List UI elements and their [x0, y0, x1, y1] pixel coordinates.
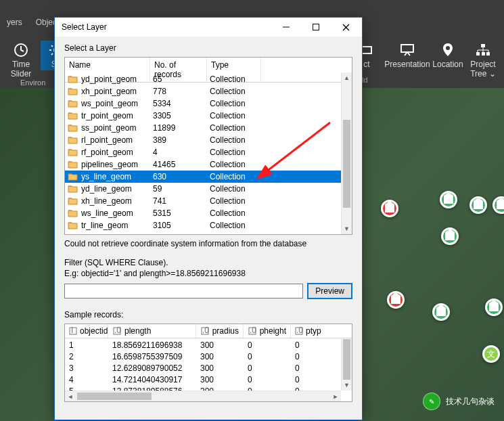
scroll-left-icon[interactable]: ◄	[65, 391, 76, 401]
sample-records-table[interactable]: Iobjectid .0plength .0pradius .0pheight …	[64, 324, 352, 402]
clock-icon	[13, 42, 29, 58]
map-marker[interactable]	[492, 196, 504, 214]
svg-rect-10	[362, 47, 371, 53]
map-marker[interactable]: 文	[482, 345, 500, 363]
map-marker[interactable]	[440, 191, 457, 208]
svg-line-9	[51, 53, 53, 55]
ribbon-project-tree[interactable]: Project Tree ⌄	[467, 41, 499, 80]
svg-rect-16	[486, 52, 490, 56]
svg-rect-13	[481, 44, 485, 47]
layer-row[interactable]: ss_point_geom11899Collection	[65, 122, 341, 134]
svg-rect-15	[482, 52, 485, 56]
svg-text:.0: .0	[202, 327, 209, 335]
layer-row[interactable]: ys_line_geom630Collection	[65, 171, 341, 183]
coord-warning: Could not retrieve coordinate system inf…	[64, 239, 352, 248]
layer-file-icon	[68, 183, 78, 194]
ribbon-item-label: Time Slider	[7, 60, 35, 79]
sample-row[interactable]: 312.628908979005230000	[65, 362, 341, 374]
scroll-right-icon[interactable]: ►	[330, 391, 341, 401]
layer-file-icon	[68, 196, 78, 206]
sample-records-label: Sample records:	[64, 310, 352, 319]
scroll-down-icon[interactable]: ▼	[342, 223, 352, 234]
ribbon-item-label: Project Tree ⌄	[469, 60, 497, 79]
filter-label: Filter (SQL WHERE Clause). E.g: objectid…	[64, 258, 352, 279]
minimize-button[interactable]	[271, 18, 301, 37]
layer-row[interactable]: rl_point_geom389Collection	[65, 134, 341, 146]
scroll-up-icon[interactable]: ▲	[342, 72, 352, 83]
location-pin-icon	[440, 42, 456, 58]
layer-file-icon	[68, 74, 78, 85]
ribbon-location[interactable]: Location	[432, 41, 463, 70]
tree-icon	[475, 42, 491, 58]
svg-point-12	[446, 46, 450, 50]
column-icon: .0	[248, 326, 257, 336]
map-marker[interactable]	[441, 227, 459, 245]
presentation-icon	[399, 42, 415, 58]
maximize-button[interactable]	[301, 18, 331, 37]
layer-row[interactable]: yd_point_geom65Collection	[65, 73, 341, 85]
layer-row[interactable]: xh_point_geom778Collection	[65, 85, 341, 97]
svg-rect-14	[476, 52, 480, 56]
layer-file-icon	[68, 208, 78, 219]
watermark: ✎ 技术几句杂谈	[423, 393, 495, 410]
ribbon-time-slider[interactable]: Time Slider	[5, 41, 37, 80]
ribbon-sublabel: ld	[362, 76, 368, 84]
layer-file-icon	[68, 123, 78, 133]
layer-file-icon	[68, 232, 78, 234]
layer-row[interactable]: rf_point_geom4Collection	[65, 146, 341, 158]
layer-row[interactable]: ws_point_geom5334Collection	[65, 97, 341, 110]
map-marker[interactable]	[381, 200, 398, 217]
sample-row[interactable]: 216.659875539750930000	[65, 351, 341, 362]
select-layer-label: Select a Layer	[64, 43, 352, 53]
layer-file-icon	[68, 98, 78, 109]
watermark-text: 技术几句杂谈	[446, 396, 495, 407]
listbox-vscrollbar[interactable]: ▲ ▼	[341, 72, 352, 234]
sample-vscrollbar[interactable]: ▲ ▼	[341, 339, 352, 391]
sample-row[interactable]: 118.856921169693830000	[65, 339, 341, 351]
layer-file-icon	[68, 220, 78, 231]
layer-row[interactable]: yd_line_geom59Collection	[65, 183, 341, 195]
layer-file-icon	[68, 86, 78, 97]
map-marker[interactable]	[485, 298, 503, 316]
close-button[interactable]	[331, 18, 361, 37]
sample-hscrollbar[interactable]: ◄ ►	[65, 391, 341, 401]
layer-row[interactable]: xh_line_geom741Collection	[65, 195, 341, 207]
svg-line-6	[51, 45, 53, 47]
layer-row[interactable]: tr_line_geom3105Collection	[65, 219, 341, 231]
svg-text:.0: .0	[296, 327, 303, 335]
map-marker[interactable]	[387, 291, 405, 309]
preview-button[interactable]: Preview	[307, 283, 352, 299]
scroll-thumb[interactable]	[343, 339, 350, 380]
column-icon: .0	[112, 326, 122, 336]
layer-file-icon	[68, 147, 78, 158]
sample-row[interactable]: 513.873818958857630000	[65, 385, 341, 391]
scroll-down-icon[interactable]: ▼	[342, 380, 352, 391]
ribbon-item-label: Location	[432, 60, 463, 69]
column-icon: .0	[295, 326, 303, 336]
select-layer-dialog: Select Layer Select a Layer Name No. of …	[54, 17, 363, 420]
map-marker[interactable]	[432, 303, 450, 321]
scroll-thumb[interactable]	[77, 393, 152, 400]
ribbon-group-label: Environ	[20, 79, 45, 87]
layer-listbox[interactable]: Name No. of records Type yd_point_geom65…	[64, 57, 352, 235]
column-icon: I	[69, 326, 77, 336]
layer-row[interactable]: ss_line_geom11513Collection	[65, 231, 341, 234]
sample-row[interactable]: 414.721404043091730000	[65, 374, 341, 385]
dialog-title: Select Layer	[62, 22, 271, 32]
ribbon-item-label: ct	[363, 60, 369, 69]
titlebar[interactable]: Select Layer	[55, 18, 362, 37]
svg-rect-18	[313, 24, 319, 30]
ribbon-presentation[interactable]: Presentation	[386, 41, 428, 70]
ribbon-tab-layers[interactable]: yers	[0, 15, 29, 30]
column-icon: .0	[200, 326, 210, 336]
svg-rect-11	[401, 45, 413, 52]
layer-row[interactable]: pipelines_geom41465Collection	[65, 158, 341, 171]
filter-input[interactable]	[64, 284, 303, 298]
scroll-thumb[interactable]	[343, 120, 350, 208]
svg-text:.0: .0	[250, 327, 256, 335]
layer-file-icon	[68, 135, 78, 146]
layer-row[interactable]: ws_line_geom5315Collection	[65, 207, 341, 219]
map-marker[interactable]	[469, 196, 487, 214]
layer-row[interactable]: tr_point_geom3305Collection	[65, 110, 341, 122]
layer-file-icon	[68, 171, 78, 182]
